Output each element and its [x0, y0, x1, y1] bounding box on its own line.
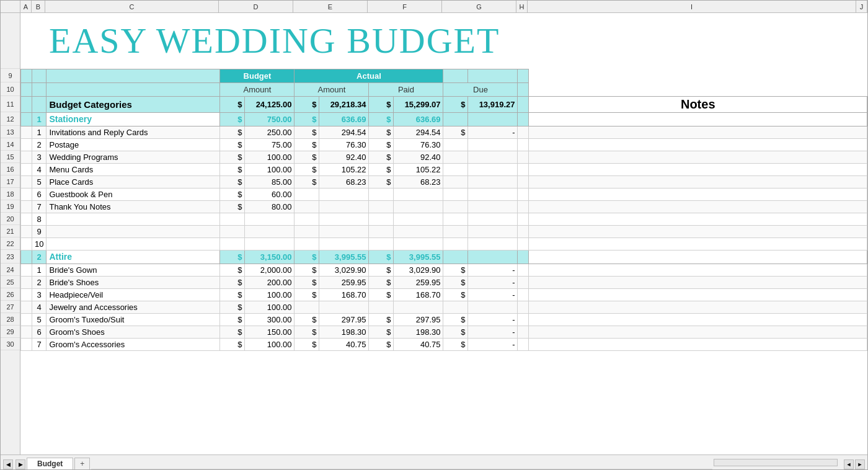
item-paid-amt: [394, 188, 443, 200]
item-paid-sign: [369, 188, 394, 200]
item-actual-sign: $: [294, 288, 319, 301]
rn-23: 23: [1, 250, 20, 264]
tab-budget[interactable]: Budget: [27, 458, 73, 469]
item-num: 5: [32, 313, 46, 326]
header-row-11: Budget Categories $ 24,125.00 $ 29,218.3…: [21, 96, 867, 112]
rn-21: 21: [1, 225, 20, 237]
item-actual-amt: [319, 237, 369, 250]
item-row-27: 4 Jewelry and Accessories $ 100.00: [21, 301, 867, 313]
item-paid-amt: 68.23: [394, 175, 443, 188]
notes-header: Notes: [529, 96, 867, 112]
item-name: Wedding Programs: [46, 151, 220, 163]
empty-cell: [518, 237, 529, 250]
stationery-paid-sign: $: [369, 112, 394, 126]
col-d: D: [219, 1, 293, 12]
item-name: Bride's Gown: [46, 264, 220, 276]
item-row-16: 4 Menu Cards $ 100.00 $ 105.22 $ 105.22: [21, 163, 867, 175]
item-budget-amt: 85.00: [245, 175, 294, 188]
item-actual-amt: 168.70: [319, 288, 369, 301]
empty-cell: [518, 82, 529, 96]
stationery-num: 1: [32, 112, 46, 126]
item-actual-amt: [319, 213, 369, 225]
scroll-btn-right[interactable]: ►: [855, 459, 865, 469]
item-num: 2: [32, 276, 46, 288]
item-paid-amt: 259.95: [394, 276, 443, 288]
stationery-name: Stationery: [46, 112, 220, 126]
item-paid-sign: [369, 213, 394, 225]
item-num: 4: [32, 301, 46, 313]
item-due-amt: [468, 138, 518, 151]
item-due-sign: $: [443, 276, 468, 288]
rn-29: 29: [1, 326, 20, 338]
item-notes: [529, 288, 867, 301]
item-name: Thank You Notes: [46, 200, 220, 213]
item-paid-sign: $: [369, 175, 394, 188]
rn-26: 26: [1, 288, 20, 301]
empty-cell: [21, 313, 32, 326]
item-row-15: 3 Wedding Programs $ 100.00 $ 92.40 $ 92…: [21, 151, 867, 163]
empty-cell: [518, 276, 529, 288]
budget-amount-header: Amount: [220, 82, 294, 96]
item-name: Groom's Tuxedo/Suit: [46, 313, 220, 326]
item-notes: [529, 313, 867, 326]
item-due-sign: $: [443, 313, 468, 326]
item-notes: [529, 276, 867, 288]
tab-add-button[interactable]: +: [74, 458, 90, 469]
empty-cell: [21, 188, 32, 200]
item-due-sign: [443, 213, 468, 225]
stationery-budget-sign: $: [220, 112, 245, 126]
item-budget-amt: [245, 237, 294, 250]
attire-budget-amt: 3,150.00: [245, 250, 294, 264]
item-actual-sign: [294, 188, 319, 200]
total-due-amount: 13,919.27: [468, 96, 518, 112]
item-budget-amt: 300.00: [245, 313, 294, 326]
tab-scroll-right[interactable]: ▶: [16, 459, 25, 469]
grid-area: 9 10 11 12 13 14 15 16 17 18 19 20 21 22…: [1, 13, 867, 454]
empty-cell: [529, 69, 867, 82]
corner-cell: [1, 1, 20, 12]
item-row-29: 6 Groom's Shoes $ 150.00 $ 198.30 $ 198.…: [21, 326, 867, 338]
item-name: Postage: [46, 138, 220, 151]
title-row: EASY WEDDING BUDGET: [21, 13, 867, 69]
item-num: 7: [32, 200, 46, 213]
stationery-due-amt: [468, 112, 518, 126]
item-due-amt: -: [468, 276, 518, 288]
item-row-25: 2 Bride's Shoes $ 200.00 $ 259.95 $ 259.…: [21, 276, 867, 288]
item-name: [46, 237, 220, 250]
item-due-sign: [443, 188, 468, 200]
item-actual-sign: $: [294, 313, 319, 326]
item-actual-amt: [319, 188, 369, 200]
empty-cell: [443, 69, 468, 82]
spreadsheet-title: EASY WEDDING BUDGET: [46, 13, 518, 69]
item-budget-sign: $: [220, 288, 245, 301]
empty-cell: [518, 200, 529, 213]
item-due-sign: [443, 138, 468, 151]
scroll-btn-left[interactable]: ◄: [844, 459, 854, 469]
item-due-sign: [443, 163, 468, 175]
tab-scroll-left[interactable]: ◀: [3, 459, 13, 469]
empty-cell: [21, 82, 32, 96]
empty-cell: [518, 250, 529, 264]
item-actual-sign: $: [294, 151, 319, 163]
empty-cell: [32, 96, 46, 112]
item-actual-amt: 297.95: [319, 313, 369, 326]
item-paid-sign: $: [369, 288, 394, 301]
empty-cell: [518, 326, 529, 338]
item-due-sign: [443, 301, 468, 313]
item-due-amt: -: [468, 264, 518, 276]
empty-cell: [529, 82, 867, 96]
item-paid-sign: [369, 200, 394, 213]
item-paid-sign: $: [369, 338, 394, 350]
item-due-sign: $: [443, 338, 468, 350]
rn-15: 15: [1, 151, 20, 163]
item-budget-amt: 100.00: [245, 288, 294, 301]
item-due-amt: [468, 163, 518, 175]
horizontal-scrollbar[interactable]: [714, 459, 838, 466]
item-budget-sign: $: [220, 264, 245, 276]
empty-cell: [518, 288, 529, 301]
item-due-amt: [468, 188, 518, 200]
item-row-26: 3 Headpiece/Veil $ 100.00 $ 168.70 $ 168…: [21, 288, 867, 301]
item-num: 5: [32, 175, 46, 188]
item-paid-amt: [394, 200, 443, 213]
item-paid-sign: $: [369, 313, 394, 326]
